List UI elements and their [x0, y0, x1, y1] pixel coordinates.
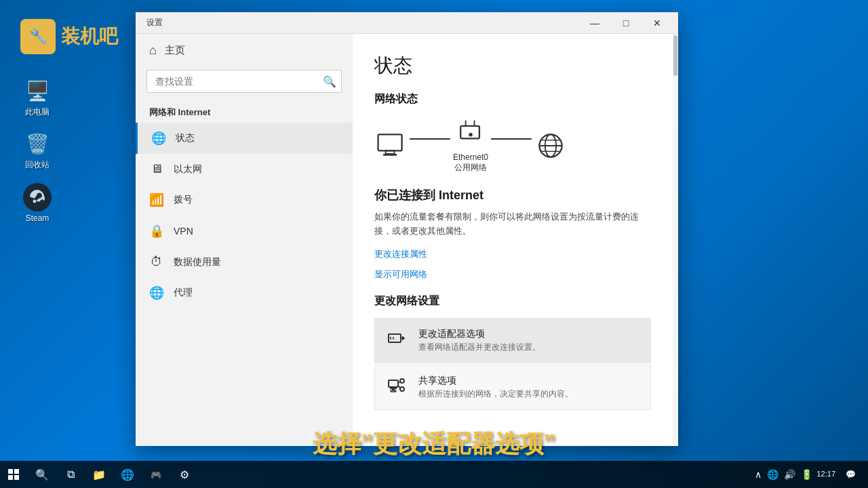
steam-taskbar-button[interactable]: 🎮: [142, 461, 170, 488]
router-icon-container: Ethernet0 公用网络: [453, 117, 488, 174]
close-button[interactable]: ✕: [642, 12, 673, 34]
settings-window: 设置 — □ ✕ ⌂ 主页 🔍 网: [136, 12, 678, 446]
connected-desc: 如果你的流量套餐有限制，则你可以将此网络设置为按流量计费的连接，或者更改其他属性…: [374, 210, 651, 239]
nav-label-dial: 拨号: [174, 194, 193, 206]
ethernet-nav-icon: 🖥: [149, 162, 164, 176]
adapter-card-desc: 查看网络适配器并更改连接设置。: [418, 342, 540, 353]
logo-text: 装机吧: [61, 24, 118, 49]
svg-rect-3: [383, 154, 397, 156]
maximize-button[interactable]: □: [610, 12, 642, 34]
svg-rect-2: [386, 150, 395, 154]
nav-item-proxy[interactable]: 🌐 代理: [136, 277, 353, 308]
settings-taskbar-button[interactable]: ⚙: [171, 461, 198, 488]
chevron-up-icon[interactable]: ∧: [755, 469, 762, 480]
nav-label-ethernet: 以太网: [174, 163, 202, 176]
start-button[interactable]: [0, 461, 27, 488]
search-taskbar-button[interactable]: 🔍: [28, 461, 56, 488]
svg-rect-18: [389, 380, 398, 387]
minimize-button[interactable]: —: [579, 12, 610, 34]
page-title: 状态: [374, 53, 651, 79]
adapter-card-content: 更改适配器选项 查看网络适配器并更改连接设置。: [418, 328, 540, 353]
task-view-button[interactable]: ⧉: [57, 461, 84, 488]
nav-item-data[interactable]: ⏱ 数据使用量: [136, 247, 353, 277]
taskbar-left: 🔍 ⧉ 📁 🌐 🎮 ⚙: [0, 461, 198, 488]
recycle-label: 回收站: [25, 159, 50, 171]
vpn-nav-icon: 🔒: [149, 224, 164, 239]
globe-svg: [534, 129, 567, 162]
nav-label-vpn: VPN: [174, 226, 193, 237]
network-taskbar-icon[interactable]: 🌐: [767, 469, 778, 480]
home-icon: ⌂: [149, 43, 157, 58]
title-bar: 设置 — □ ✕: [136, 12, 678, 34]
settings-body: ⌂ 主页 🔍 网络和 Internet 🌐 状态 🖥 以太网: [136, 34, 678, 446]
computer-svg: [374, 129, 407, 162]
connected-title: 你已连接到 Internet: [374, 187, 651, 203]
svg-rect-26: [8, 469, 13, 474]
svg-rect-27: [14, 469, 19, 474]
sharing-card-desc: 根据所连接到的网络，决定要共享的内容。: [418, 388, 573, 400]
globe-icon-container: [534, 129, 567, 162]
nav-item-ethernet[interactable]: 🖥 以太网: [136, 154, 353, 184]
recycle-icon: 🗑️: [24, 130, 51, 157]
sidebar: ⌂ 主页 🔍 网络和 Internet 🌐 状态 🖥 以太网: [136, 34, 353, 446]
nav-label-data: 数据使用量: [174, 256, 221, 268]
search-button[interactable]: 🔍: [323, 75, 336, 88]
scrollbar-thumb[interactable]: [673, 35, 677, 76]
volume-icon[interactable]: 🔊: [784, 469, 795, 480]
edge-button[interactable]: 🌐: [114, 461, 141, 488]
nav-item-status[interactable]: 🌐 状态: [136, 123, 353, 154]
line-1: [410, 138, 450, 140]
banner-text: 选择"更改适配器选项": [0, 428, 868, 461]
adapter-card-title: 更改适配器选项: [418, 328, 540, 340]
search-input[interactable]: [146, 70, 342, 93]
nav-item-vpn[interactable]: 🔒 VPN: [136, 216, 353, 247]
proxy-nav-icon: 🌐: [149, 285, 164, 300]
brand-logo: 🔧 装机吧: [20, 19, 118, 54]
steam-icon: [23, 183, 52, 211]
bottom-banner: 选择"更改适配器选项": [0, 428, 868, 461]
svg-point-7: [469, 133, 473, 137]
adapter-card[interactable]: 更改适配器选项 查看网络适配器并更改连接设置。: [374, 318, 651, 363]
line-2: [491, 138, 532, 140]
svg-point-22: [400, 379, 404, 383]
home-label: 主页: [165, 44, 185, 57]
section-header: 网络和 Internet: [136, 101, 353, 123]
clock[interactable]: 12:17: [816, 469, 835, 479]
svg-rect-19: [390, 387, 397, 389]
data-nav-icon: ⏱: [149, 255, 164, 269]
pc-label: 此电脑: [25, 106, 50, 118]
change-connection-link[interactable]: 更改连接属性: [374, 248, 651, 260]
network-status-title: 网络状态: [374, 92, 651, 106]
search-box: 🔍: [146, 70, 342, 93]
change-settings-title: 更改网络设置: [374, 294, 651, 308]
router-svg: [454, 117, 487, 150]
sidebar-home[interactable]: ⌂ 主页: [136, 34, 353, 67]
svg-rect-28: [8, 475, 13, 480]
nav-label-proxy: 代理: [174, 287, 193, 299]
adapter-icon: [386, 329, 408, 352]
desktop: 🔧 装机吧 🖥️ 此电脑 🗑️ 回收站 Steam 设置: [0, 0, 868, 488]
file-explorer-button[interactable]: 📁: [85, 461, 113, 488]
show-networks-link[interactable]: 显示可用网络: [374, 268, 651, 281]
desktop-icon-recycle[interactable]: 🗑️ 回收站: [10, 127, 64, 174]
dial-nav-icon: 📶: [149, 192, 164, 207]
content-area: 状态 网络状态: [353, 34, 673, 446]
sharing-icon: [386, 375, 408, 399]
taskbar-right: ∧ 🌐 🔊 🔋 12:17 💬: [755, 461, 868, 488]
network-diagram: Ethernet0 公用网络: [374, 117, 651, 174]
desktop-icon-pc[interactable]: 🖥️ 此电脑: [10, 75, 64, 121]
notification-button[interactable]: 💬: [840, 461, 861, 488]
pc-icon: 🖥️: [24, 77, 51, 104]
taskbar-system-icons: ∧ 🌐 🔊 🔋: [755, 469, 812, 480]
nav-item-dial[interactable]: 📶 拨号: [136, 184, 353, 216]
scrollbar[interactable]: [673, 34, 678, 446]
desktop-icon-steam[interactable]: Steam: [10, 180, 64, 226]
svg-rect-29: [14, 475, 19, 480]
sharing-card[interactable]: 共享选项 根据所连接到的网络，决定要共享的内容。: [374, 365, 651, 410]
status-nav-icon: 🌐: [151, 131, 166, 146]
time-display: 12:17: [816, 469, 835, 479]
svg-rect-21: [391, 390, 396, 392]
svg-point-23: [400, 387, 404, 391]
computer-icon-container: [374, 129, 407, 162]
logo-icon: 🔧: [20, 19, 56, 54]
